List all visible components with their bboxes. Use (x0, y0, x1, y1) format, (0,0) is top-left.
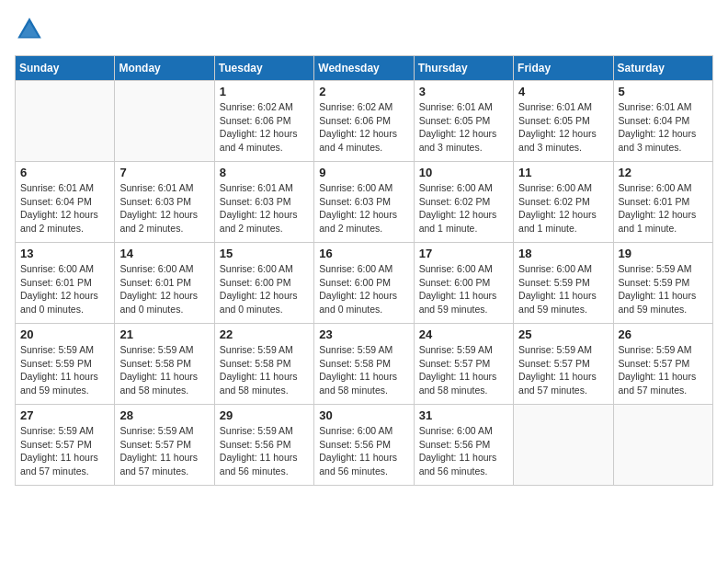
day-cell: 15Sunrise: 6:00 AM Sunset: 6:00 PM Dayli… (214, 243, 313, 324)
day-number: 15 (220, 247, 309, 260)
day-detail: Sunrise: 6:01 AM Sunset: 6:05 PM Dayligh… (518, 100, 608, 155)
day-cell: 26Sunrise: 5:59 AM Sunset: 5:57 PM Dayli… (613, 324, 712, 405)
day-cell: 8Sunrise: 6:01 AM Sunset: 6:03 PM Daylig… (214, 162, 313, 243)
day-header-thursday: Thursday (414, 56, 513, 81)
day-cell: 12Sunrise: 6:00 AM Sunset: 6:01 PM Dayli… (613, 162, 712, 243)
day-cell: 27Sunrise: 5:59 AM Sunset: 5:57 PM Dayli… (16, 405, 115, 486)
day-header-tuesday: Tuesday (214, 56, 313, 81)
day-cell: 20Sunrise: 5:59 AM Sunset: 5:59 PM Dayli… (16, 324, 115, 405)
day-number: 14 (119, 247, 209, 260)
day-header-wednesday: Wednesday (314, 56, 414, 81)
day-cell: 3Sunrise: 6:01 AM Sunset: 6:05 PM Daylig… (414, 81, 513, 162)
day-cell (613, 405, 712, 486)
day-detail: Sunrise: 6:00 AM Sunset: 5:56 PM Dayligh… (319, 424, 408, 478)
day-cell (115, 81, 214, 162)
day-cell: 10Sunrise: 6:00 AM Sunset: 6:02 PM Dayli… (414, 162, 513, 243)
week-row-1: 1Sunrise: 6:02 AM Sunset: 6:06 PM Daylig… (16, 81, 713, 162)
day-detail: Sunrise: 5:59 AM Sunset: 5:57 PM Dayligh… (619, 343, 708, 397)
day-detail: Sunrise: 6:02 AM Sunset: 6:06 PM Dayligh… (319, 100, 408, 155)
day-detail: Sunrise: 6:01 AM Sunset: 6:03 PM Dayligh… (119, 181, 209, 236)
day-detail: Sunrise: 6:01 AM Sunset: 6:04 PM Dayligh… (20, 181, 109, 236)
day-detail: Sunrise: 5:59 AM Sunset: 5:57 PM Dayligh… (119, 424, 209, 478)
day-number: 8 (220, 166, 309, 179)
day-number: 18 (518, 247, 608, 260)
day-number: 9 (319, 166, 408, 179)
day-cell: 28Sunrise: 5:59 AM Sunset: 5:57 PM Dayli… (115, 405, 214, 486)
day-cell: 9Sunrise: 6:00 AM Sunset: 6:03 PM Daylig… (314, 162, 414, 243)
week-row-5: 27Sunrise: 5:59 AM Sunset: 5:57 PM Dayli… (16, 405, 713, 486)
day-number: 20 (20, 327, 109, 341)
week-row-4: 20Sunrise: 5:59 AM Sunset: 5:59 PM Dayli… (16, 324, 713, 405)
week-row-3: 13Sunrise: 6:00 AM Sunset: 6:01 PM Dayli… (16, 243, 713, 324)
day-detail: Sunrise: 5:59 AM Sunset: 5:58 PM Dayligh… (119, 343, 209, 397)
day-header-sunday: Sunday (16, 56, 115, 81)
day-cell: 2Sunrise: 6:02 AM Sunset: 6:06 PM Daylig… (314, 81, 414, 162)
day-number: 22 (220, 327, 309, 341)
day-detail: Sunrise: 6:02 AM Sunset: 6:06 PM Dayligh… (220, 100, 309, 155)
day-number: 1 (220, 85, 309, 98)
day-header-monday: Monday (115, 56, 214, 81)
day-cell (514, 405, 613, 486)
day-detail: Sunrise: 5:59 AM Sunset: 5:56 PM Dayligh… (220, 424, 309, 478)
day-cell: 23Sunrise: 5:59 AM Sunset: 5:58 PM Dayli… (314, 324, 414, 405)
day-cell: 6Sunrise: 6:01 AM Sunset: 6:04 PM Daylig… (16, 162, 115, 243)
day-number: 7 (119, 166, 209, 179)
day-number: 26 (619, 327, 708, 341)
day-detail: Sunrise: 6:01 AM Sunset: 6:03 PM Dayligh… (220, 181, 309, 236)
day-number: 28 (119, 408, 209, 422)
day-number: 16 (319, 247, 408, 260)
day-detail: Sunrise: 6:00 AM Sunset: 6:00 PM Dayligh… (220, 262, 309, 316)
day-cell: 22Sunrise: 5:59 AM Sunset: 5:58 PM Dayli… (214, 324, 313, 405)
day-detail: Sunrise: 5:59 AM Sunset: 5:57 PM Dayligh… (20, 424, 109, 478)
day-detail: Sunrise: 5:59 AM Sunset: 5:57 PM Dayligh… (419, 343, 508, 397)
day-cell: 25Sunrise: 5:59 AM Sunset: 5:57 PM Dayli… (514, 324, 613, 405)
day-detail: Sunrise: 6:00 AM Sunset: 6:02 PM Dayligh… (518, 181, 608, 236)
day-detail: Sunrise: 5:59 AM Sunset: 5:57 PM Dayligh… (518, 343, 608, 397)
day-number: 24 (419, 327, 508, 341)
day-cell (16, 81, 115, 162)
day-number: 6 (20, 166, 109, 179)
day-cell: 4Sunrise: 6:01 AM Sunset: 6:05 PM Daylig… (514, 81, 613, 162)
day-detail: Sunrise: 5:59 AM Sunset: 5:58 PM Dayligh… (220, 343, 309, 397)
day-cell: 1Sunrise: 6:02 AM Sunset: 6:06 PM Daylig… (214, 81, 313, 162)
day-cell: 14Sunrise: 6:00 AM Sunset: 6:01 PM Dayli… (115, 243, 214, 324)
day-detail: Sunrise: 6:00 AM Sunset: 6:01 PM Dayligh… (20, 262, 109, 316)
header (15, 15, 713, 44)
day-number: 29 (220, 408, 309, 422)
day-detail: Sunrise: 6:00 AM Sunset: 6:01 PM Dayligh… (119, 262, 209, 316)
day-number: 2 (319, 85, 408, 98)
day-number: 11 (518, 166, 608, 179)
day-detail: Sunrise: 5:59 AM Sunset: 5:58 PM Dayligh… (319, 343, 408, 397)
day-number: 5 (619, 85, 708, 98)
logo (15, 15, 48, 44)
day-number: 12 (619, 166, 708, 179)
day-number: 30 (319, 408, 408, 422)
day-cell: 5Sunrise: 6:01 AM Sunset: 6:04 PM Daylig… (613, 81, 712, 162)
day-cell: 13Sunrise: 6:00 AM Sunset: 6:01 PM Dayli… (16, 243, 115, 324)
day-number: 19 (619, 247, 708, 260)
day-number: 31 (419, 408, 508, 422)
day-detail: Sunrise: 6:00 AM Sunset: 6:00 PM Dayligh… (319, 262, 408, 316)
day-cell: 31Sunrise: 6:00 AM Sunset: 5:56 PM Dayli… (414, 405, 513, 486)
day-cell: 11Sunrise: 6:00 AM Sunset: 6:02 PM Dayli… (514, 162, 613, 243)
day-number: 27 (20, 408, 109, 422)
day-number: 21 (119, 327, 209, 341)
day-cell: 16Sunrise: 6:00 AM Sunset: 6:00 PM Dayli… (314, 243, 414, 324)
day-number: 3 (419, 85, 508, 98)
day-detail: Sunrise: 6:00 AM Sunset: 6:02 PM Dayligh… (419, 181, 508, 236)
day-header-saturday: Saturday (613, 56, 712, 81)
day-number: 10 (419, 166, 508, 179)
day-cell: 7Sunrise: 6:01 AM Sunset: 6:03 PM Daylig… (115, 162, 214, 243)
day-detail: Sunrise: 5:59 AM Sunset: 5:59 PM Dayligh… (619, 262, 708, 316)
day-cell: 29Sunrise: 5:59 AM Sunset: 5:56 PM Dayli… (214, 405, 313, 486)
day-detail: Sunrise: 6:00 AM Sunset: 5:59 PM Dayligh… (518, 262, 608, 316)
day-detail: Sunrise: 6:00 AM Sunset: 6:03 PM Dayligh… (319, 181, 408, 236)
day-number: 23 (319, 327, 408, 341)
day-cell: 24Sunrise: 5:59 AM Sunset: 5:57 PM Dayli… (414, 324, 513, 405)
calendar-header-row: SundayMondayTuesdayWednesdayThursdayFrid… (16, 56, 713, 81)
day-number: 17 (419, 247, 508, 260)
day-detail: Sunrise: 5:59 AM Sunset: 5:59 PM Dayligh… (20, 343, 109, 397)
day-detail: Sunrise: 6:00 AM Sunset: 6:00 PM Dayligh… (419, 262, 508, 316)
day-cell: 19Sunrise: 5:59 AM Sunset: 5:59 PM Dayli… (613, 243, 712, 324)
logo-icon (15, 15, 44, 44)
